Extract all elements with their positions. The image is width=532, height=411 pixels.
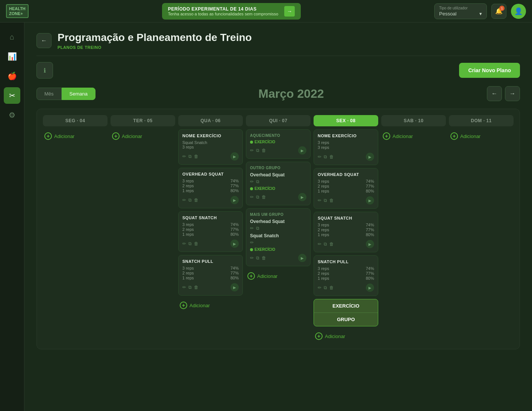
play-button[interactable]: ▶: [230, 283, 239, 291]
add-button-ter[interactable]: + Adicionar: [111, 129, 175, 143]
banner-arrow-icon[interactable]: →: [284, 6, 295, 17]
edit-icon[interactable]: ✏: [182, 197, 186, 203]
copy-icon[interactable]: ⧉: [256, 179, 259, 184]
create-plan-button[interactable]: Criar Novo Plano: [459, 63, 520, 78]
delete-icon[interactable]: 🗑: [262, 194, 266, 200]
copy-icon[interactable]: ⧉: [324, 285, 327, 290]
copy-icon[interactable]: ⧉: [188, 197, 192, 203]
trial-banner[interactable]: PERÍODO EXPERIMENTAL DE 14 DIAS Tenha ac…: [162, 3, 301, 20]
header-separator: [36, 56, 520, 56]
delete-icon[interactable]: 🗑: [194, 154, 199, 159]
edit-icon[interactable]: ✏: [250, 240, 254, 245]
main-content: ← Programação e Planeamento de Treino PL…: [24, 23, 532, 411]
group-card-aquecimento: AQUECIMENTO EXERCÍCIO ✏ ⧉ 🗑 ▶: [246, 129, 311, 159]
user-type-selector[interactable]: Tipo de utilizador Pessoal ▾: [434, 3, 487, 19]
delete-icon[interactable]: 🗑: [329, 154, 334, 159]
calendar-grid: SEG · 04 + Adicionar TER · 05 + Adiciona…: [36, 109, 520, 349]
edit-icon[interactable]: ✏: [182, 285, 186, 290]
info-button[interactable]: ℹ: [36, 62, 53, 79]
edit-icon[interactable]: ✏: [318, 198, 321, 203]
prev-week-button[interactable]: ←: [487, 86, 502, 101]
sidebar-item-training[interactable]: ✂: [4, 87, 20, 104]
edit-icon[interactable]: ✏: [182, 154, 186, 159]
add-button-sab[interactable]: + Adicionar: [381, 129, 446, 143]
delete-icon[interactable]: 🗑: [194, 197, 199, 203]
add-button-dom[interactable]: + Adicionar: [449, 129, 514, 143]
edit-icon[interactable]: ✏: [250, 194, 254, 200]
play-button[interactable]: ▶: [298, 146, 306, 155]
copy-icon[interactable]: ⧉: [324, 198, 327, 203]
edit-icon[interactable]: ✏: [250, 179, 254, 184]
sidebar-item-analytics[interactable]: 📊: [4, 48, 20, 65]
card-actions-sex-4: ✏ ⧉ 🗑 ▶: [318, 284, 374, 292]
copy-icon[interactable]: ⧉: [256, 194, 259, 200]
delete-icon[interactable]: 🗑: [262, 148, 266, 153]
notification-button[interactable]: 🔔 1: [491, 4, 506, 19]
exercicio-dot: [250, 141, 253, 144]
edit-icon[interactable]: ✏: [318, 285, 321, 290]
edit-icon[interactable]: ✏: [250, 226, 254, 231]
copy-icon[interactable]: ⧉: [188, 154, 192, 159]
play-button[interactable]: ▶: [366, 153, 374, 161]
copy-icon[interactable]: ⧉: [256, 226, 259, 231]
edit-icon[interactable]: ✏: [250, 148, 254, 153]
copy-icon[interactable]: ⧉: [256, 148, 259, 153]
edit-icon[interactable]: ✏: [318, 241, 321, 247]
logo: HEALTH ZONE+: [6, 4, 29, 18]
sidebar-item-nutrition[interactable]: 🍎: [4, 68, 20, 84]
copy-icon[interactable]: ⧉: [324, 241, 327, 247]
add-button-qui[interactable]: + Adicionar: [246, 269, 311, 283]
exercise-card-qua-3: SQUAT SNATCH 3 reps74% 2 reps77% 1 reps8…: [178, 211, 243, 252]
nutrition-icon: 🍎: [8, 71, 17, 80]
day-col-seg: SEG · 04 + Adicionar: [43, 115, 108, 343]
day-header-qua: QUA · 06: [178, 115, 243, 126]
sidebar-item-settings[interactable]: ⚙: [4, 107, 20, 123]
exercise-card-sex-1: NOME EXERCÍCIO 3 reps 3 reps ✏ ⧉ 🗑 ▶: [314, 129, 378, 165]
next-week-button[interactable]: →: [505, 86, 520, 101]
next-icon: →: [509, 90, 515, 97]
user-icon: 👤: [514, 7, 523, 15]
add-icon-sab: +: [383, 132, 390, 140]
sidebar-item-home[interactable]: ⌂: [4, 29, 20, 45]
topbar-right: Tipo de utilizador Pessoal ▾ 🔔 1 👤: [434, 3, 526, 19]
card-icons-qua-1: ✏ ⧉ 🗑: [182, 154, 199, 159]
exercise-card-qua-1: NOME EXERCÍCIO Squat Snatch 3 reps ✏ ⧉ 🗑…: [178, 129, 243, 165]
day-col-sex: SEX · 08 NOME EXERCÍCIO 3 reps 3 reps ✏ …: [314, 115, 378, 343]
play-button[interactable]: ▶: [230, 196, 239, 204]
back-button[interactable]: ←: [36, 33, 52, 48]
delete-icon[interactable]: 🗑: [329, 241, 334, 247]
delete-icon[interactable]: 🗑: [194, 241, 199, 246]
avatar-button[interactable]: 👤: [511, 4, 526, 19]
edit-icon[interactable]: ✏: [318, 154, 321, 159]
edit-icon[interactable]: ✏: [250, 255, 254, 261]
month-view-button[interactable]: Mês: [36, 88, 62, 100]
play-button[interactable]: ▶: [298, 193, 306, 201]
play-button[interactable]: ▶: [366, 196, 374, 205]
add-type-dropdown: EXERCÍCIO GRUPO: [314, 299, 378, 326]
exercise-card-sex-3: SQUAT SNATCH 3 reps74% 2 reps77% 1 reps8…: [314, 212, 378, 252]
copy-icon[interactable]: ⧉: [188, 285, 192, 290]
dropdown-grupo[interactable]: GRUPO: [314, 313, 378, 326]
dropdown-exercicio[interactable]: EXERCÍCIO: [314, 299, 378, 313]
delete-icon[interactable]: 🗑: [262, 255, 266, 261]
add-button-seg[interactable]: + Adicionar: [43, 129, 108, 143]
play-button[interactable]: ▶: [366, 284, 374, 292]
settings-icon: ⚙: [9, 111, 15, 120]
copy-icon[interactable]: ⧉: [256, 255, 259, 261]
play-button[interactable]: ▶: [366, 240, 374, 248]
week-view-button[interactable]: Semana: [62, 88, 95, 100]
play-button[interactable]: ▶: [230, 152, 239, 161]
play-button[interactable]: ▶: [298, 254, 306, 262]
card-actions-sex-3: ✏ ⧉ 🗑 ▶: [318, 240, 374, 248]
delete-icon[interactable]: 🗑: [329, 285, 334, 290]
page-title-group: Programação e Planeamento de Treino PLAN…: [58, 32, 252, 50]
add-button-qua[interactable]: + Adicionar: [178, 299, 243, 312]
delete-icon[interactable]: 🗑: [329, 198, 334, 203]
copy-icon[interactable]: ⧉: [188, 241, 192, 246]
month-title: Março 2022: [258, 87, 324, 101]
play-button[interactable]: ▶: [230, 240, 239, 248]
add-button-sex[interactable]: + Adicionar: [314, 329, 378, 343]
delete-icon[interactable]: 🗑: [194, 285, 199, 290]
copy-icon[interactable]: ⧉: [324, 154, 327, 159]
edit-icon[interactable]: ✏: [182, 241, 186, 246]
